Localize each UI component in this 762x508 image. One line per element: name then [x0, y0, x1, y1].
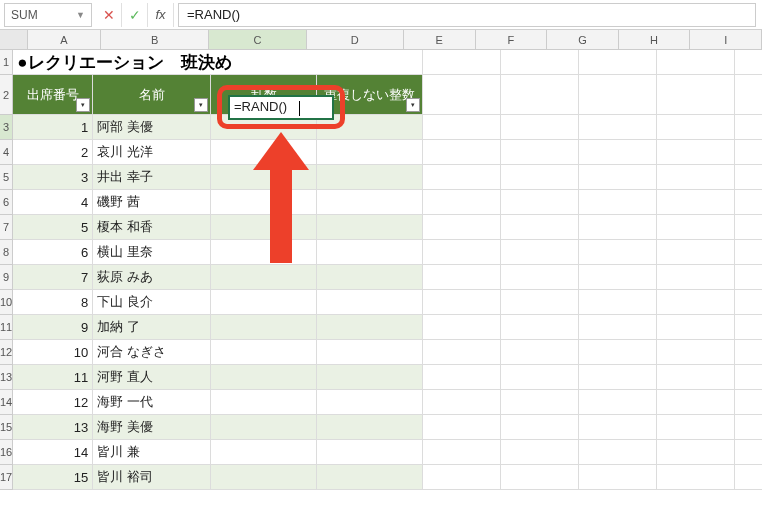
row-header[interactable]: 16	[0, 440, 13, 465]
filter-button[interactable]: ▾	[76, 98, 90, 112]
table-cell-int[interactable]	[317, 440, 423, 465]
table-cell-int[interactable]	[317, 465, 423, 490]
formula-input[interactable]: =RAND()	[178, 3, 756, 27]
table-cell-rand[interactable]	[211, 465, 317, 490]
cell[interactable]	[579, 50, 657, 75]
row-header[interactable]: 4	[0, 140, 13, 165]
table-cell-name[interactable]: 荻原 みあ	[93, 265, 211, 290]
table-cell-int[interactable]	[317, 415, 423, 440]
row-header[interactable]: 7	[0, 215, 13, 240]
table-cell-rand[interactable]	[211, 390, 317, 415]
table-cell-name[interactable]: 皆川 兼	[93, 440, 211, 465]
cell[interactable]	[579, 215, 657, 240]
cell[interactable]	[501, 340, 579, 365]
cell[interactable]	[423, 190, 501, 215]
table-cell-rand[interactable]	[211, 140, 317, 165]
cell[interactable]	[423, 165, 501, 190]
table-cell-id[interactable]: 4	[13, 190, 93, 215]
cell[interactable]	[657, 365, 735, 390]
cell[interactable]	[579, 265, 657, 290]
row-header[interactable]: 13	[0, 365, 13, 390]
cell[interactable]	[501, 390, 579, 415]
table-cell-int[interactable]	[317, 365, 423, 390]
cell[interactable]	[423, 315, 501, 340]
table-cell-name[interactable]: 河合 なぎさ	[93, 340, 211, 365]
table-cell-id[interactable]: 10	[13, 340, 93, 365]
cell[interactable]	[657, 440, 735, 465]
cell[interactable]	[657, 50, 735, 75]
cell[interactable]	[501, 215, 579, 240]
table-cell-int[interactable]	[317, 390, 423, 415]
table-cell-name[interactable]: 海野 一代	[93, 390, 211, 415]
cell[interactable]	[735, 190, 762, 215]
cell[interactable]	[317, 50, 423, 75]
cell[interactable]	[657, 340, 735, 365]
table-cell-name[interactable]: 皆川 裕司	[93, 465, 211, 490]
table-cell-int[interactable]	[317, 165, 423, 190]
cell[interactable]	[501, 365, 579, 390]
cell[interactable]	[657, 315, 735, 340]
table-cell-name[interactable]: 井出 幸子	[93, 165, 211, 190]
cell[interactable]	[423, 465, 501, 490]
cell[interactable]	[501, 50, 579, 75]
cell[interactable]	[579, 365, 657, 390]
cell[interactable]	[735, 365, 762, 390]
cell[interactable]	[735, 115, 762, 140]
table-cell-name[interactable]: 磯野 茜	[93, 190, 211, 215]
cell[interactable]	[423, 240, 501, 265]
table-cell-id[interactable]: 15	[13, 465, 93, 490]
table-cell-int[interactable]	[317, 140, 423, 165]
cell[interactable]	[579, 340, 657, 365]
cell[interactable]	[579, 190, 657, 215]
cell[interactable]	[657, 75, 735, 115]
row-header[interactable]: 3	[0, 115, 13, 140]
table-cell-rand[interactable]	[211, 440, 317, 465]
cell[interactable]	[501, 165, 579, 190]
table-cell-id[interactable]: 3	[13, 165, 93, 190]
cell[interactable]	[501, 315, 579, 340]
table-cell-int[interactable]	[317, 215, 423, 240]
table-cell-name[interactable]: 下山 良介	[93, 290, 211, 315]
col-header-g[interactable]: G	[547, 30, 619, 49]
cell[interactable]	[657, 415, 735, 440]
col-header-d[interactable]: D	[307, 30, 404, 49]
cell[interactable]	[501, 265, 579, 290]
cell[interactable]	[657, 390, 735, 415]
table-cell-int[interactable]	[317, 340, 423, 365]
table-cell-rand[interactable]	[211, 265, 317, 290]
row-header[interactable]: 17	[0, 465, 13, 490]
table-cell-rand[interactable]	[211, 315, 317, 340]
col-header-b[interactable]: B	[101, 30, 209, 49]
cell[interactable]	[423, 265, 501, 290]
cell[interactable]	[423, 415, 501, 440]
cell[interactable]	[657, 215, 735, 240]
col-header-h[interactable]: H	[619, 30, 691, 49]
table-cell-name[interactable]: 加納 了	[93, 315, 211, 340]
row-header[interactable]: 12	[0, 340, 13, 365]
col-header-c[interactable]: C	[209, 30, 306, 49]
cell[interactable]	[735, 215, 762, 240]
table-cell-id[interactable]: 2	[13, 140, 93, 165]
table-cell-int[interactable]	[317, 190, 423, 215]
cell[interactable]	[657, 190, 735, 215]
table-cell-id[interactable]: 8	[13, 290, 93, 315]
cell[interactable]	[501, 140, 579, 165]
cell[interactable]	[735, 165, 762, 190]
cells-area[interactable]: ●レクリエーション 班決め 出席番号▾ 名前▾ 乱数▾ 重複しない整数▾	[13, 50, 762, 490]
cell[interactable]	[423, 75, 501, 115]
cell[interactable]	[657, 115, 735, 140]
table-cell-int[interactable]	[317, 290, 423, 315]
col-header-i[interactable]: I	[690, 30, 762, 49]
cell[interactable]	[657, 265, 735, 290]
table-cell-id[interactable]: 1	[13, 115, 93, 140]
cell[interactable]	[501, 465, 579, 490]
cell[interactable]	[579, 415, 657, 440]
cell[interactable]	[657, 465, 735, 490]
filter-button[interactable]: ▾	[194, 98, 208, 112]
cell[interactable]	[735, 265, 762, 290]
table-cell-id[interactable]: 9	[13, 315, 93, 340]
cell[interactable]	[579, 290, 657, 315]
cell[interactable]	[735, 390, 762, 415]
cell[interactable]	[501, 290, 579, 315]
cell[interactable]	[735, 465, 762, 490]
